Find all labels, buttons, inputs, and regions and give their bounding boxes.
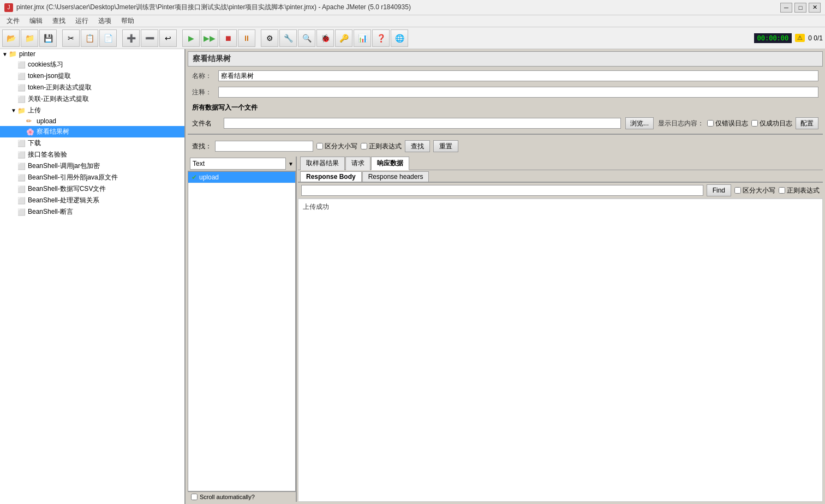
search-label: 查找： — [192, 142, 212, 151]
name-input[interactable] — [218, 70, 818, 81]
sample-item-upload[interactable]: ✔ upload — [188, 172, 295, 183]
reset-button[interactable]: 重置 — [433, 140, 458, 152]
minimize-button[interactable]: ─ — [780, 3, 792, 13]
search-button[interactable]: 查找 — [405, 140, 430, 152]
toolbar-key[interactable]: 🔑 — [335, 29, 352, 47]
tree-item-beanshell-logic[interactable]: ⬜ BeanShell-处理逻辑关系 — [0, 195, 184, 206]
regex-checkbox[interactable] — [361, 143, 367, 149]
text-dropdown[interactable]: Text XML HTML JSON — [190, 158, 286, 170]
error-log-checkbox-item: 仅错误日志 — [707, 119, 748, 128]
toolbar-report[interactable]: 📊 — [354, 29, 371, 47]
response-tabs: Response Body Response headers — [298, 170, 823, 183]
tree-item-beanshell-vars[interactable]: ⬜ BeanShell-断言 — [0, 206, 184, 218]
toolbar-stop-now[interactable]: ⏸ — [238, 29, 255, 47]
script-icon: ⬜ — [17, 151, 26, 159]
timer-display: 00:00:00 — [754, 33, 792, 43]
script-icon: ⬜ — [17, 140, 26, 147]
script-icon: ⬜ — [17, 84, 26, 92]
tree-item-download[interactable]: ⬜ 下载 — [0, 137, 184, 149]
maximize-button[interactable]: □ — [794, 3, 806, 13]
name-row: 名称： — [188, 69, 823, 83]
find-case-item: 区分大小写 — [734, 186, 775, 195]
menu-options[interactable]: 选项 — [94, 15, 116, 27]
tree-label-beanshell-jar: BeanShell-调用jar包加密 — [28, 161, 100, 171]
close-button[interactable]: ✕ — [809, 3, 821, 13]
sample-item-label: upload — [199, 173, 219, 181]
title-bar: J pinter.jmx (C:\Users\acer\Desktop\Jmet… — [0, 0, 825, 15]
tree-item-beanshell-csv[interactable]: ⬜ BeanShell-数据写CSV文件 — [0, 183, 184, 195]
toolbar-open[interactable]: 📁 — [21, 29, 38, 47]
search-input[interactable] — [215, 141, 313, 152]
toolbar-copy[interactable]: 📋 — [81, 29, 98, 47]
toolbar-help[interactable]: ❓ — [372, 29, 390, 47]
success-log-label: 仅成功日志 — [760, 119, 792, 128]
toolbar-debug[interactable]: 🐞 — [316, 29, 334, 47]
toolbar-paste[interactable]: 📄 — [99, 29, 117, 47]
response-content: 上传成功 — [298, 199, 823, 502]
menu-find[interactable]: 查找 — [48, 15, 70, 27]
tree-item-token-json[interactable]: ⬜ token-json提取 — [0, 70, 184, 82]
toolbar-new[interactable]: 📂 — [2, 29, 20, 47]
toolbar-add[interactable]: ➕ — [122, 29, 140, 47]
error-log-label: 仅错误日志 — [715, 119, 748, 128]
tree-arrow: ▼ — [2, 51, 9, 57]
toolbar-clear[interactable]: ↩ — [159, 29, 177, 47]
file-input[interactable] — [224, 118, 621, 129]
title-bar-title: pinter.jmx (C:\Users\acer\Desktop\Jmeter… — [16, 3, 411, 12]
toolbar-remote[interactable]: 🌐 — [391, 29, 408, 47]
tree-item-pinter[interactable]: ▼ 📁 pinter — [0, 49, 184, 59]
menu-bar: 文件 编辑 查找 运行 选项 帮助 — [0, 15, 825, 27]
tree-item-beanshell-jar[interactable]: ⬜ BeanShell-调用jar包加密 — [0, 160, 184, 172]
toolbar-save[interactable]: 💾 — [39, 29, 57, 47]
toolbar-tools[interactable]: 🔧 — [279, 29, 297, 47]
error-log-checkbox[interactable] — [707, 120, 714, 127]
tree-item-upload-folder[interactable]: ▼ 📁 上传 — [0, 105, 184, 116]
tree-item-cookies[interactable]: ⬜ cookies练习 — [0, 59, 184, 70]
menu-run[interactable]: 运行 — [71, 15, 93, 27]
toolbar-run-all[interactable]: ▶▶ — [201, 29, 218, 47]
find-button[interactable]: Find — [707, 184, 731, 196]
scroll-auto-checkbox[interactable] — [191, 494, 198, 500]
tab-response-headers[interactable]: Response headers — [362, 171, 429, 182]
file-label: 文件名 — [192, 119, 219, 128]
menu-file[interactable]: 文件 — [2, 15, 24, 27]
tree-item-beanshell-java[interactable]: ⬜ BeanShell-引用外部java原文件 — [0, 172, 184, 183]
tree-item-sign-verify[interactable]: ⬜ 接口签名验验 — [0, 149, 184, 160]
tree-item-assoc-regex[interactable]: ⬜ 关联-正则表达式提取 — [0, 93, 184, 105]
title-bar-controls: ─ □ ✕ — [780, 3, 821, 13]
find-regex-item: 正则表达式 — [779, 186, 820, 195]
tab-sampler-results[interactable]: 取样器结果 — [300, 157, 345, 170]
toolbar-remove[interactable]: ➖ — [141, 29, 158, 47]
dropdown-arrow-icon[interactable]: ▼ — [288, 161, 294, 167]
tab-response-body[interactable]: Response Body — [300, 171, 362, 182]
find-case-checkbox[interactable] — [734, 187, 741, 194]
script-icon: ⬜ — [17, 208, 26, 216]
regex-label: 正则表达式 — [369, 142, 402, 151]
sample-list-header: Text XML HTML JSON ▼ — [188, 157, 296, 171]
tree-label-token-json: token-json提取 — [28, 71, 71, 81]
browse-button[interactable]: 浏览... — [625, 117, 654, 129]
tab-response-data[interactable]: 响应数据 — [371, 157, 409, 170]
log-controls: 显示日志内容： 仅错误日志 仅成功日志 配置 — [658, 117, 818, 129]
find-input[interactable] — [301, 185, 703, 196]
toolbar-cut[interactable]: ✂ — [62, 29, 80, 47]
file-section-label: 所有数据写入一个文件 — [188, 101, 823, 114]
scroll-check-area: Scroll automatically? — [188, 491, 296, 502]
tree-label-sign-verify: 接口签名验验 — [28, 150, 67, 159]
toolbar-stop[interactable]: ⏹ — [219, 29, 237, 47]
tab-request[interactable]: 请求 — [345, 157, 370, 170]
comment-input[interactable] — [218, 87, 818, 98]
toolbar-gear[interactable]: ⚙ — [261, 29, 278, 47]
tree-item-results-tree[interactable]: 🌸 察看结果树 — [0, 126, 184, 137]
toolbar-search[interactable]: 🔍 — [298, 29, 315, 47]
menu-help[interactable]: 帮助 — [117, 15, 139, 27]
tree-label-upload-req: upload — [37, 117, 56, 125]
menu-edit[interactable]: 编辑 — [25, 15, 47, 27]
toolbar-run[interactable]: ▶ — [182, 29, 200, 47]
tree-item-upload-req[interactable]: ✏ upload — [0, 116, 184, 126]
case-sensitive-checkbox[interactable] — [316, 143, 323, 149]
success-log-checkbox[interactable] — [751, 120, 758, 127]
tree-item-token-regex[interactable]: ⬜ token-正则表达式提取 — [0, 82, 184, 93]
find-regex-checkbox[interactable] — [779, 187, 785, 194]
config-button[interactable]: 配置 — [796, 117, 818, 129]
